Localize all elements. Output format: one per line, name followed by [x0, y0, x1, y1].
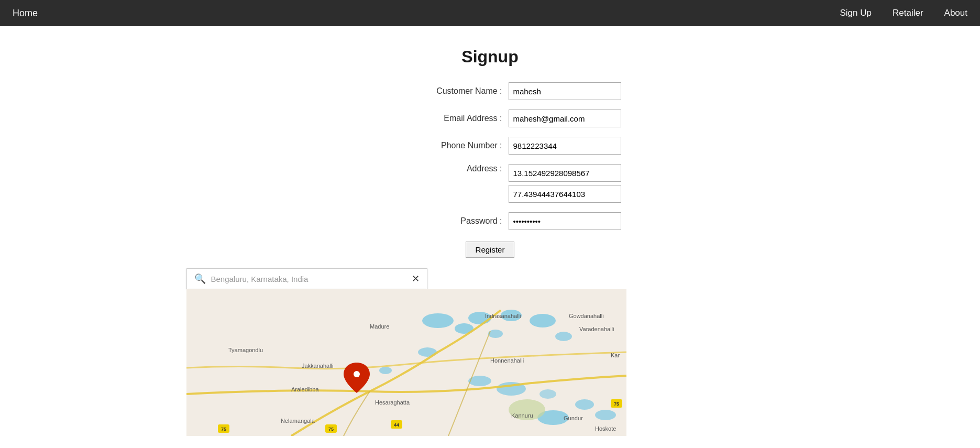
- svg-text:Indrasanahalli: Indrasanahalli: [485, 313, 521, 319]
- svg-text:Honnenahalli: Honnenahalli: [490, 357, 524, 364]
- svg-text:Gowdanahalli: Gowdanahalli: [569, 313, 604, 319]
- svg-text:Kar: Kar: [611, 352, 620, 358]
- svg-point-40: [354, 371, 360, 377]
- search-icon: 🔍: [194, 273, 206, 285]
- home-link[interactable]: Home: [13, 8, 38, 19]
- navbar: Home Sign Up Retailer About: [0, 0, 980, 26]
- customer-name-label: Customer Name :: [408, 86, 502, 96]
- svg-text:Tyamagondlu: Tyamagondlu: [228, 347, 263, 353]
- svg-text:Kannuru: Kannuru: [511, 412, 533, 419]
- signup-form: Customer Name : Email Address : Phone Nu…: [359, 82, 621, 258]
- svg-text:Nelamangala: Nelamangala: [281, 418, 315, 424]
- svg-point-15: [595, 410, 616, 420]
- phone-input[interactable]: [509, 137, 621, 155]
- address-inputs: [509, 164, 621, 203]
- svg-text:Araledibba: Araledibba: [291, 386, 319, 392]
- register-button[interactable]: Register: [466, 242, 515, 258]
- svg-text:Madure: Madure: [370, 323, 389, 330]
- svg-point-1: [422, 313, 454, 328]
- customer-name-input[interactable]: [509, 82, 621, 100]
- phone-label: Phone Number :: [408, 141, 502, 150]
- main-content: Signup Customer Name : Email Address : P…: [0, 26, 980, 436]
- signup-link[interactable]: Sign Up: [840, 8, 871, 18]
- svg-point-4: [488, 330, 503, 338]
- svg-point-14: [575, 399, 594, 410]
- email-input[interactable]: [509, 110, 621, 127]
- about-link[interactable]: About: [944, 8, 967, 18]
- email-label: Email Address :: [408, 114, 502, 123]
- email-row: Email Address :: [359, 110, 621, 127]
- svg-point-9: [379, 367, 392, 374]
- page-title: Signup: [461, 47, 518, 67]
- customer-name-row: Customer Name :: [359, 82, 621, 100]
- svg-text:75: 75: [328, 427, 333, 432]
- navbar-links: Sign Up Retailer About: [840, 8, 967, 18]
- map-container[interactable]: 75 75 44 75 Tyamagondlu Madure Jakkanaha…: [186, 289, 626, 436]
- svg-text:Hesaraghatta: Hesaraghatta: [375, 399, 410, 406]
- phone-row: Phone Number :: [359, 137, 621, 155]
- svg-point-7: [555, 332, 572, 341]
- address-lat-input[interactable]: [509, 164, 621, 182]
- map-section: 🔍 ✕: [186, 268, 626, 436]
- password-label: Password :: [408, 216, 502, 226]
- address-row: Address :: [359, 164, 621, 203]
- map-search-input[interactable]: [211, 275, 412, 283]
- address-lng-input[interactable]: [509, 185, 621, 203]
- svg-text:75: 75: [221, 427, 226, 432]
- svg-text:Hoskote: Hoskote: [595, 425, 616, 432]
- password-row: Password :: [359, 212, 621, 230]
- register-row: Register: [359, 242, 621, 258]
- svg-point-12: [539, 389, 556, 399]
- password-input[interactable]: [509, 212, 621, 230]
- clear-search-icon[interactable]: ✕: [412, 273, 420, 285]
- svg-text:75: 75: [613, 401, 619, 407]
- svg-point-6: [530, 314, 556, 327]
- svg-text:Varadenahalli: Varadenahalli: [579, 326, 614, 332]
- map-svg: 75 75 44 75 Tyamagondlu Madure Jakkanaha…: [186, 289, 626, 436]
- address-label: Address :: [408, 164, 502, 173]
- svg-text:Jakkanahalli: Jakkanahalli: [302, 363, 334, 369]
- retailer-link[interactable]: Retailer: [893, 8, 923, 18]
- svg-text:44: 44: [393, 422, 399, 428]
- search-bar: 🔍 ✕: [186, 268, 427, 289]
- svg-text:Gundur: Gundur: [564, 415, 583, 421]
